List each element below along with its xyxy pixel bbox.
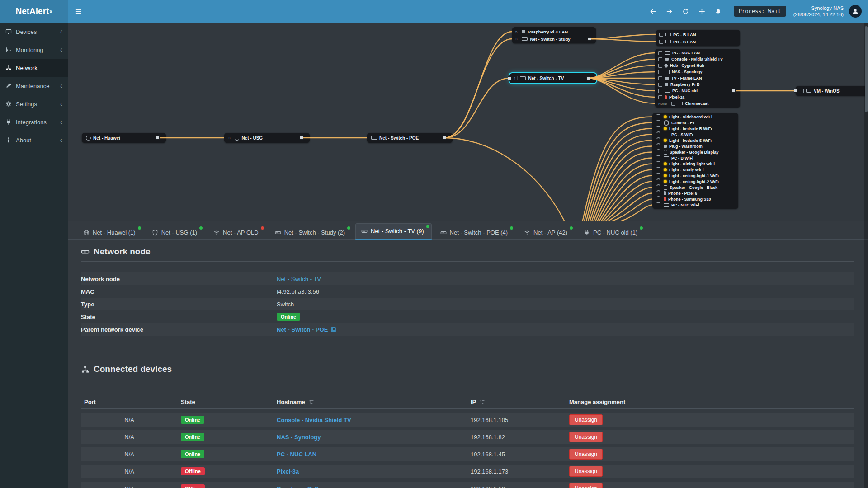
nav-back-button[interactable] — [645, 0, 661, 23]
device-node-row[interactable]: Hub - Cygnet Hub — [658, 62, 737, 69]
hostname-link[interactable]: Raspberry Pi B — [277, 485, 319, 488]
device-node-row[interactable]: PC - B LAN — [659, 31, 737, 38]
nav-forward-button[interactable] — [661, 0, 678, 23]
column-hostname[interactable]: Hostname — [274, 399, 467, 405]
device-node-row[interactable]: Camera - E1 — [656, 120, 735, 126]
field-label: Parent network device — [81, 326, 277, 333]
hostname-link[interactable]: PC - NUC LAN — [277, 451, 316, 458]
globe-icon — [86, 136, 91, 141]
device-node-row[interactable]: Light - bedside B WiFi — [656, 126, 735, 131]
device-node-row[interactable]: Light - ceiling-light-1 WiFi — [656, 173, 735, 178]
unassign-button[interactable]: Unassign — [569, 466, 603, 477]
sidebar-item-settings[interactable]: Settings‹ — [0, 95, 68, 113]
device-node-row[interactable]: Pixel-3a — [658, 94, 737, 100]
device-node-row[interactable]: PC - NUC old — [658, 88, 737, 94]
hostname-link[interactable]: Pixel-3a — [277, 468, 299, 475]
tab-net-switch-study-2[interactable]: Net - Switch - Study (2) — [269, 225, 353, 240]
bulb-icon — [664, 174, 667, 177]
device-node-row[interactable]: PC - B WiFi — [656, 155, 735, 161]
hostname-link[interactable]: NAS - Synology — [277, 434, 321, 441]
device-node-row[interactable]: PC - NUC WiFi — [656, 202, 735, 208]
tab-net-switch-tv-9[interactable]: Net - Switch - TV (9) — [355, 223, 432, 240]
scrollbar-thumb[interactable] — [865, 26, 868, 112]
device-node-row[interactable]: PC - NUC LAN — [658, 50, 737, 56]
tab-net-ap-42[interactable]: Net - AP (42) — [518, 225, 575, 240]
device-node-row[interactable]: Net - Switch - POE — [371, 133, 419, 143]
tab-net-switch-poe-4[interactable]: Net - Switch - POE (4) — [434, 225, 516, 240]
tab-label: Net - AP (42) — [533, 229, 567, 236]
device-node-row[interactable]: Raspberry Pi B — [658, 81, 737, 88]
device-node-row[interactable]: 5Raspberry Pi 4 LAN — [515, 28, 593, 35]
node-group-tv-devices[interactable]: PC - NUC LANConsole - Nvidia Shield TVHu… — [655, 49, 740, 108]
device-node-row[interactable]: NAS - Synology — [658, 69, 737, 75]
sidebar-item-monitoring[interactable]: Monitoring‹ — [0, 41, 68, 59]
state-cell: Offline — [178, 467, 274, 475]
unassign-button[interactable]: Unassign — [569, 483, 603, 488]
sidebar-item-integrations[interactable]: Integrations‹ — [0, 113, 68, 131]
unassign-button[interactable]: Unassign — [569, 449, 603, 460]
node-group-wifi-devices[interactable]: Light - Sideboard WiFiCamera - E1Light -… — [652, 113, 738, 209]
sidebar-toggle-button[interactable] — [68, 0, 89, 23]
sidebar-item-network[interactable]: Network — [0, 59, 68, 77]
node-net-huawei[interactable]: Net - Huawei — [82, 133, 166, 143]
parent-node-link[interactable]: Net - Switch - POE — [277, 326, 328, 333]
tab-net-huawei-1[interactable]: Net - Huawei (1) — [77, 225, 143, 240]
device-node-row[interactable]: Speaker - Google - Black — [656, 184, 735, 190]
refresh-button[interactable] — [678, 0, 694, 23]
device-node-row[interactable]: Phone - Samsung S10 — [656, 196, 735, 202]
node-vm-winos[interactable]: VM - WinOS — [796, 86, 868, 96]
notifications-button[interactable] — [710, 0, 726, 23]
node-group-pc-lan[interactable]: PC - B LANPC - S LAN — [656, 30, 740, 46]
device-node-row[interactable]: 3Net - Switch - Study — [515, 35, 593, 42]
user-avatar[interactable] — [849, 5, 862, 18]
node-net-switch-poe[interactable]: Net - Switch - POE — [367, 133, 453, 143]
sort-icon[interactable] — [479, 399, 485, 405]
sidebar-item-maintenance[interactable]: Maintenance‹ — [0, 77, 68, 95]
device-node-row[interactable]: Console - Nvidia Shield TV — [658, 56, 737, 62]
device-node-row[interactable]: Light - Study WiFi — [656, 167, 735, 173]
device-node-row[interactable]: Net - Huawei — [86, 133, 120, 143]
device-node-row[interactable]: Light - bedside S WiFi — [656, 137, 735, 143]
node-group-study[interactable]: 5Raspberry Pi 4 LAN3Net - Switch - Study — [512, 27, 596, 43]
device-node-row[interactable]: VM - WinOS — [800, 86, 840, 96]
wifi-icon — [656, 149, 661, 155]
device-label: Light - ceiling-light-1 WiFi — [669, 174, 719, 178]
node-net-switch-tv-selected[interactable]: 4Net - Switch - TV — [509, 73, 596, 83]
device-node-row[interactable]: Phone - Pixel 6 — [656, 190, 735, 196]
chevron-left-icon: ‹ — [60, 82, 62, 89]
device-node-row[interactable]: Light - Dining light WiFi — [656, 161, 735, 167]
app-logo[interactable]: NetAlertx — [0, 0, 68, 23]
state-badge: Offline — [181, 467, 205, 475]
node-net-usg[interactable]: 3Net - USG — [224, 133, 310, 143]
device-node-row[interactable]: Light - Sideboard WiFi — [656, 114, 735, 120]
column-ip[interactable]: IP — [467, 399, 566, 405]
tv-icon — [665, 77, 669, 80]
sidebar-item-about[interactable]: About‹ — [0, 131, 68, 149]
vertical-scrollbar[interactable] — [864, 23, 868, 488]
device-node-row[interactable]: PC - S LAN — [659, 38, 737, 45]
switch-icon — [361, 228, 368, 235]
device-label: Light - bedside S WiFi — [669, 138, 712, 143]
device-node-row[interactable]: 3Net - USG — [228, 133, 263, 143]
device-node-row[interactable]: Speaker - Google Display — [656, 149, 735, 155]
tab-pc-nuc-old-1[interactable]: PC - NUC old (1) — [578, 225, 645, 240]
tab-net-usg-1[interactable]: Net - USG (1) — [146, 225, 205, 240]
device-node-row[interactable]: PC - S WiFi — [656, 131, 735, 137]
unassign-button[interactable]: Unassign — [569, 414, 603, 425]
status-dot-green — [640, 226, 643, 230]
hostname-cell: Console - Nvidia Shield TV — [274, 417, 467, 423]
tab-net-ap-old[interactable]: Net - AP OLD — [208, 225, 266, 240]
device-node-row[interactable]: 4Net - Switch - TV — [514, 73, 564, 83]
device-node-row[interactable]: TV - Frame LAN — [658, 75, 737, 81]
device-label: PC - S LAN — [673, 39, 696, 44]
unassign-button[interactable]: Unassign — [569, 432, 603, 442]
device-node-row[interactable]: NoneChromecast — [658, 100, 737, 107]
sort-icon[interactable] — [308, 399, 314, 405]
hostname-link[interactable]: Console - Nvidia Shield TV — [277, 417, 351, 423]
network-node-link[interactable]: Net - Switch - TV — [277, 276, 321, 282]
device-node-row[interactable]: Plug - Washroom — [656, 143, 735, 149]
sidebar-item-devices[interactable]: Devices‹ — [0, 23, 68, 41]
move-resize-button[interactable] — [694, 0, 710, 23]
external-link-icon[interactable] — [330, 327, 336, 333]
device-node-row[interactable]: Light - ceiling-light-2 WiFi — [656, 178, 735, 184]
